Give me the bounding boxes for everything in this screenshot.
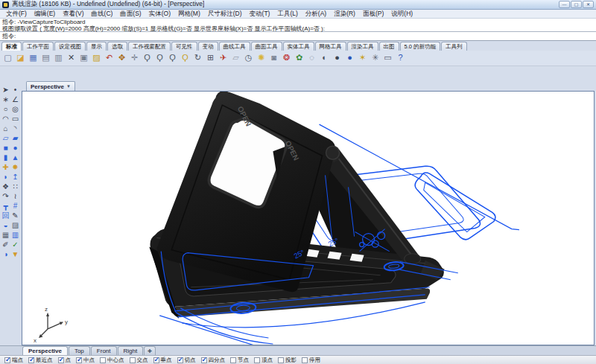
- rebuild-curve-icon[interactable]: ≀: [10, 192, 20, 202]
- viewport-3d-scene[interactable]: OPEN OPEN: [22, 92, 594, 345]
- view-capture-icon[interactable]: ▥: [53, 52, 64, 64]
- named-views-icon[interactable]: ✈: [218, 52, 229, 64]
- osnap-checkbox[interactable]: [76, 357, 82, 363]
- menu-item[interactable]: 曲线(C): [88, 10, 117, 19]
- hatch-icon[interactable]: ▨: [10, 221, 20, 231]
- history-icon[interactable]: ◷: [243, 52, 254, 64]
- move-icon[interactable]: ✛: [129, 52, 140, 64]
- paste-icon[interactable]: ▨: [91, 52, 102, 64]
- grid-icon[interactable]: ▦: [1, 231, 10, 240]
- osnap-checkbox[interactable]: [4, 357, 10, 363]
- rotate-view-icon[interactable]: ↻: [192, 52, 203, 64]
- zoom-extents-icon[interactable]: Ϙ: [167, 52, 178, 64]
- cone-icon[interactable]: ▲: [10, 153, 20, 163]
- toolbar-tab[interactable]: 工作视窗配置: [128, 42, 171, 51]
- osnap-checkbox[interactable]: [153, 357, 159, 363]
- toolbar-tab[interactable]: 选取: [107, 42, 127, 51]
- rotate-icon[interactable]: ↷: [1, 192, 10, 202]
- point-cloud-icon[interactable]: ∷: [10, 182, 20, 192]
- menu-item[interactable]: 尺寸标注(D): [204, 10, 246, 19]
- zoom-dynamic-icon[interactable]: Ϙ: [142, 52, 153, 64]
- viewport-menu-arrow-icon[interactable]: ▼: [66, 84, 71, 89]
- osnap-checkbox[interactable]: [302, 357, 308, 363]
- osnap-toggle[interactable]: 最近点: [28, 357, 53, 364]
- raytraced-display-icon[interactable]: ●: [344, 52, 355, 64]
- box-icon[interactable]: ■: [1, 144, 10, 153]
- save-file-icon[interactable]: ▦: [28, 52, 39, 64]
- toolbar-tab[interactable]: 曲线工具: [219, 42, 250, 51]
- render-wheel-icon[interactable]: ❂: [281, 52, 292, 64]
- check-icon[interactable]: ✓: [10, 240, 20, 250]
- menu-item[interactable]: 文件(F): [2, 10, 31, 19]
- viewport-tab[interactable]: Right: [118, 346, 144, 355]
- corner-arc-icon[interactable]: ◝: [10, 124, 20, 134]
- menu-item[interactable]: 分析(A): [302, 10, 330, 19]
- toolbar-tab[interactable]: 设定视图: [54, 42, 86, 51]
- rectangle-icon[interactable]: ▭: [10, 115, 20, 124]
- column-icon[interactable]: ▥: [10, 231, 20, 240]
- osnap-toggle[interactable]: 交点: [130, 357, 148, 364]
- gear-options-icon[interactable]: ✳: [370, 52, 381, 64]
- osnap-checkbox[interactable]: [130, 357, 136, 363]
- copy-icon[interactable]: ▣: [78, 52, 89, 64]
- menu-item[interactable]: 编辑(E): [31, 10, 59, 19]
- osnap-checkbox[interactable]: [100, 357, 106, 363]
- toolbar-tab[interactable]: 工具列: [441, 42, 467, 51]
- wireframe-display-icon[interactable]: ◌: [306, 52, 317, 64]
- toolbar-tab[interactable]: 5.0 的新功能: [400, 42, 441, 51]
- pipe-icon[interactable]: ◗: [1, 173, 10, 182]
- print-icon[interactable]: ▤: [40, 52, 51, 64]
- maximize-button[interactable]: ▢: [571, 1, 582, 8]
- menu-item[interactable]: 实体(O): [145, 10, 174, 19]
- osnap-checkbox[interactable]: [201, 357, 207, 363]
- menu-item[interactable]: 说明(H): [387, 10, 416, 19]
- osnap-checkbox[interactable]: [230, 357, 236, 363]
- point-icon[interactable]: •: [10, 86, 20, 95]
- pen-icon[interactable]: ✎: [10, 211, 20, 221]
- toolbar-tab[interactable]: 网格工具: [315, 42, 346, 51]
- help-icon[interactable]: ?: [395, 52, 406, 64]
- lock-objects-icon[interactable]: ◙: [268, 52, 279, 64]
- analyze-sphere-icon[interactable]: ◑: [1, 250, 10, 260]
- new-viewport-tab-button[interactable]: ✚: [144, 346, 156, 355]
- osnap-toggle[interactable]: 垂点: [153, 357, 172, 364]
- sphere-icon[interactable]: ●: [10, 144, 20, 153]
- osnap-toggle[interactable]: 停用: [302, 357, 320, 364]
- draft-icon[interactable]: ✐: [1, 240, 10, 250]
- plane-icon[interactable]: ▰: [10, 134, 20, 144]
- menu-item[interactable]: 面板(P): [359, 10, 387, 19]
- boolean-union-icon[interactable]: ✚: [1, 163, 10, 173]
- polygon-icon[interactable]: ⌂: [1, 124, 10, 134]
- color-wheel-icon[interactable]: ✿: [294, 52, 305, 64]
- circle-center-icon[interactable]: ◎: [10, 105, 20, 115]
- eraser-icon[interactable]: ▱: [230, 52, 241, 64]
- osnap-toggle[interactable]: 顶点: [254, 357, 273, 364]
- osnap-checkbox[interactable]: [177, 357, 183, 363]
- osnap-checkbox[interactable]: [58, 357, 64, 363]
- join-icon[interactable]: #: [10, 202, 20, 211]
- open-file-icon[interactable]: ◪: [15, 52, 26, 64]
- lamp-visibility-icon[interactable]: ✺: [256, 52, 267, 64]
- toolbar-tab[interactable]: 工作平面: [22, 42, 54, 51]
- select-rect-icon[interactable]: ▭: [382, 52, 393, 64]
- select-arrow-icon[interactable]: ➤: [1, 86, 10, 95]
- filter-icon[interactable]: ▼: [10, 250, 20, 260]
- osnap-checkbox[interactable]: [278, 357, 284, 363]
- toolbar-tab[interactable]: 曲面工具: [251, 42, 282, 51]
- cylinder-icon[interactable]: ▮: [1, 153, 10, 163]
- toolbar-tab[interactable]: 渲染工具: [347, 42, 378, 51]
- osnap-toggle[interactable]: 切点: [177, 357, 196, 364]
- circle-icon[interactable]: ○: [1, 105, 10, 115]
- properties-icon[interactable]: ✶: [357, 52, 368, 64]
- toolbar-tab[interactable]: 出图: [379, 42, 399, 51]
- explode-icon[interactable]: ✸: [10, 163, 20, 173]
- shaded-display-icon[interactable]: ◐: [319, 52, 330, 64]
- osnap-toggle[interactable]: 节点: [230, 357, 249, 364]
- zoom-window-icon[interactable]: Ϙ: [154, 52, 165, 64]
- new-file-icon[interactable]: ▢: [2, 52, 13, 64]
- osnap-checkbox[interactable]: [28, 357, 34, 363]
- rendered-display-icon[interactable]: ●: [332, 52, 343, 64]
- undo-icon[interactable]: ↶: [104, 52, 115, 64]
- menu-item[interactable]: 工具(L): [273, 10, 301, 19]
- menu-item[interactable]: 查看(V): [59, 10, 87, 19]
